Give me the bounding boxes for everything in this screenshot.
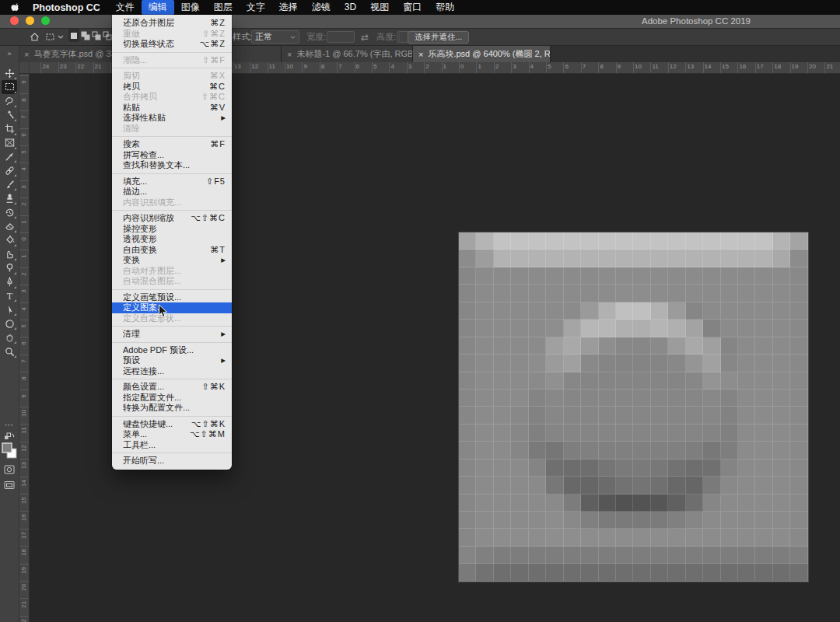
canvas-pixel <box>546 460 563 477</box>
healing-brush-tool[interactable] <box>2 163 17 177</box>
minimize-window-button[interactable] <box>26 16 34 25</box>
menu-item-键盘快捷键[interactable]: 键盘快捷键...⌥⇧⌘K <box>112 419 232 430</box>
canvas-pixel <box>564 337 581 355</box>
tool-preset-dropdown[interactable] <box>45 29 64 45</box>
ruler-tick <box>355 62 355 73</box>
width-input[interactable] <box>327 29 355 45</box>
menubar-item-窗口[interactable]: 窗口 <box>396 0 429 15</box>
move-tool[interactable] <box>2 66 17 80</box>
menu-item-描边[interactable]: 描边... <box>112 187 232 197</box>
gradient-tool[interactable] <box>2 233 17 247</box>
menubar-item-图像[interactable]: 图像 <box>174 0 207 15</box>
eyedropper-tool[interactable] <box>2 149 17 163</box>
canvas-pixel <box>773 320 790 337</box>
menu-item-操控变形[interactable]: 操控变形 <box>112 224 232 235</box>
menu-item-清理[interactable]: 清理▶ <box>112 329 232 340</box>
quick-selection-tool[interactable] <box>2 108 17 122</box>
menubar-item-编辑[interactable]: 编辑 <box>142 0 174 15</box>
type-tool[interactable]: T <box>2 288 17 302</box>
menu-item-内容识别缩放[interactable]: 内容识别缩放⌥⇧⌘C <box>112 213 232 224</box>
history-brush-tool[interactable] <box>2 205 17 219</box>
select-and-mask-button[interactable]: 选择并遮住... <box>408 31 469 44</box>
edit-toolbar-button[interactable]: ⋯ <box>2 418 17 432</box>
maximize-window-button[interactable] <box>41 16 50 25</box>
menubar-item-帮助[interactable]: 帮助 <box>429 0 461 15</box>
menubar-item-视图[interactable]: 视图 <box>363 0 396 15</box>
tab-close-icon[interactable]: × <box>418 50 423 59</box>
menu-item-Adobe PDF 预设[interactable]: Adobe PDF 预设... <box>112 345 232 356</box>
pen-tool[interactable] <box>2 275 17 289</box>
menubar-item-滤镜[interactable]: 滤镜 <box>305 0 338 15</box>
menu-item-指定配置文件[interactable]: 指定配置文件... <box>112 393 232 404</box>
swap-width-height-icon[interactable]: ⇄ <box>361 29 369 45</box>
menubar-item-3D[interactable]: 3D <box>338 0 363 15</box>
menu-item-还原合并图层[interactable]: 还原合并图层⌘Z <box>112 18 232 29</box>
home-button[interactable] <box>26 29 42 45</box>
menu-item-定义画笔预设[interactable]: 定义画笔预设... <box>112 292 232 303</box>
document-tab[interactable]: ×未标题-1 @ 66.7% (字由, RGB/8*) * <box>282 46 413 62</box>
menu-item-自由变换[interactable]: 自由变换⌘T <box>112 245 232 256</box>
menu-item-拼写检查[interactable]: 拼写检查... <box>112 150 232 161</box>
canvas-pixel <box>564 407 581 424</box>
default-colors-icon[interactable] <box>2 432 17 441</box>
add-selection-mode-button[interactable] <box>80 29 91 42</box>
menubar-item-选择[interactable]: 选择 <box>272 0 305 15</box>
menu-item-菜单[interactable]: 菜单...⌥⇧⌘M <box>112 429 232 440</box>
lasso-tool[interactable] <box>2 94 17 108</box>
menu-item-查找和替换文本[interactable]: 查找和替换文本... <box>112 160 232 171</box>
apple-menu-icon[interactable] <box>7 2 24 13</box>
menu-item-远程连接[interactable]: 远程连接... <box>112 366 232 377</box>
clone-stamp-tool[interactable] <box>2 191 17 205</box>
menu-item-填充[interactable]: 填充...⇧F5 <box>112 176 232 187</box>
ruler-origin-box[interactable] <box>19 62 30 74</box>
tab-close-icon[interactable]: × <box>287 50 292 59</box>
menu-item-工具栏[interactable]: 工具栏... <box>112 440 232 451</box>
menubar-item-文件[interactable]: 文件 <box>109 0 142 15</box>
menu-item-搜索[interactable]: 搜索⌘F <box>112 139 232 150</box>
document-canvas[interactable] <box>459 232 808 582</box>
collapse-panels-button[interactable]: » <box>2 49 17 58</box>
menu-item-转换为配置文件[interactable]: 转换为配置文件... <box>112 403 232 414</box>
screen-mode-button[interactable] <box>2 478 17 492</box>
foreground-background-swatches[interactable] <box>2 441 17 461</box>
dodge-tool-icon <box>5 263 15 273</box>
crop-tool[interactable] <box>2 122 17 136</box>
rectangular-marquee-tool[interactable] <box>2 80 17 94</box>
document-tab[interactable]: ×乐高块.psd @ 6400% (椭圆 2, RGB/8) * <box>413 46 551 62</box>
style-select[interactable]: 正常 <box>251 29 299 45</box>
tab-close-icon[interactable]: × <box>24 50 29 59</box>
smudge-tool[interactable] <box>2 247 17 261</box>
zoom-tool[interactable] <box>2 344 17 358</box>
brush-tool[interactable] <box>2 177 17 191</box>
menu-item-定义图案[interactable]: 定义图案... <box>112 302 232 313</box>
menu-item-拷贝[interactable]: 拷贝⌘C <box>112 82 232 93</box>
frame-tool[interactable] <box>2 136 17 150</box>
menu-item-开始听写[interactable]: 开始听写... <box>112 456 232 466</box>
menu-item-透视变形[interactable]: 透视变形 <box>112 234 232 245</box>
dodge-tool[interactable] <box>2 261 17 275</box>
path-selection-tool[interactable] <box>2 302 17 316</box>
menu-item-颜色设置[interactable]: 颜色设置...⇧⌘K <box>112 382 232 393</box>
canvas-pixel <box>546 425 563 442</box>
quick-mask-button[interactable] <box>2 463 17 477</box>
vertical-ruler[interactable]: 9876543210123456789101112131415161718192… <box>19 73 30 622</box>
intersect-selection-mode-button[interactable] <box>102 29 113 42</box>
new-selection-mode-button[interactable] <box>68 29 79 42</box>
menu-item-选择性粘贴[interactable]: 选择性粘贴▶ <box>112 113 232 124</box>
menu-item-切换最终状态[interactable]: 切换最终状态⌥⌘Z <box>112 39 232 50</box>
ellipse-tool[interactable] <box>2 316 17 330</box>
app-menu-title[interactable]: Photoshop CC <box>24 2 109 13</box>
menubar-item-图层[interactable]: 图层 <box>207 0 240 15</box>
menu-item-变换[interactable]: 变换▶ <box>112 255 232 266</box>
menubar-item-文字[interactable]: 文字 <box>240 0 272 15</box>
menu-item-粘贴[interactable]: 粘贴⌘V <box>112 103 232 114</box>
brush-tool-icon <box>5 180 15 190</box>
menu-item-预设[interactable]: 预设▶ <box>112 355 232 366</box>
close-window-button[interactable] <box>10 16 19 25</box>
eraser-tool[interactable] <box>2 219 17 233</box>
canvas-pixel <box>511 250 528 267</box>
hand-tool[interactable] <box>2 330 17 344</box>
subtract-selection-mode-button[interactable] <box>91 29 102 42</box>
ruler-number: 22 <box>20 615 27 622</box>
menu-item-label: 定义画笔预设... <box>123 292 226 303</box>
